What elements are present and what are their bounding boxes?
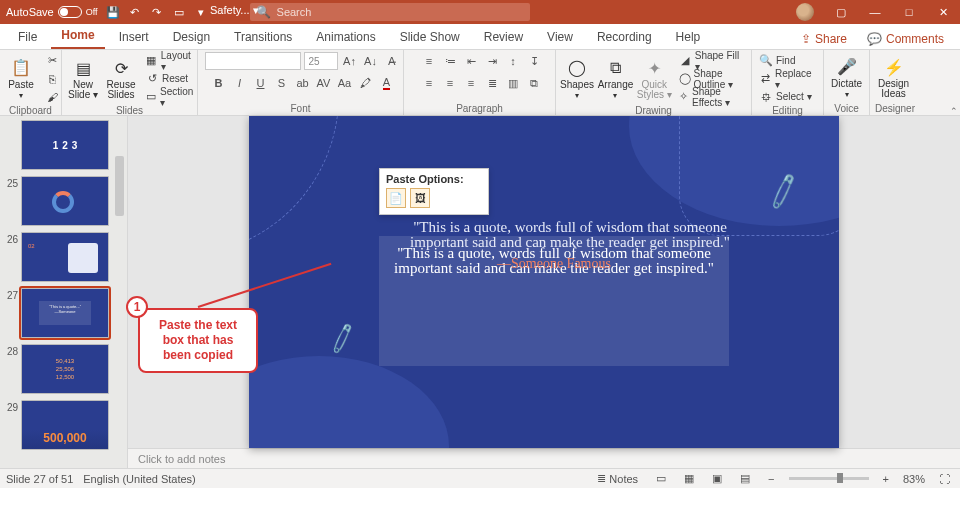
shapefill-button[interactable]: ◢Shape Fill ▾	[676, 52, 747, 69]
shadow-button[interactable]: ab	[294, 74, 312, 92]
search-box[interactable]: 🔍	[250, 3, 530, 21]
view-reading-icon[interactable]: ▣	[708, 472, 726, 485]
reuse-slides-button[interactable]: ⟳Reuse Slides	[104, 55, 138, 102]
strike-button[interactable]: S	[273, 74, 291, 92]
select-button[interactable]: ⯐Select ▾	[756, 88, 819, 105]
shapes-button[interactable]: ◯Shapes▾	[560, 55, 594, 103]
numbering-button[interactable]: ≔	[441, 52, 459, 70]
fontcolor-button[interactable]: A	[378, 74, 396, 92]
slide-thumbnail[interactable]	[21, 176, 109, 226]
cut-button[interactable]: ✂	[42, 52, 62, 69]
zoom-slider[interactable]	[789, 477, 869, 480]
tab-animations[interactable]: Animations	[306, 26, 385, 49]
paste-picture-icon[interactable]: 🖼	[410, 188, 430, 208]
tab-design[interactable]: Design	[163, 26, 220, 49]
font-family-combo[interactable]	[205, 52, 301, 70]
ribbon-collapse-icon[interactable]: ⌃	[950, 106, 958, 116]
tab-help[interactable]: Help	[666, 26, 711, 49]
share-button[interactable]: ⇪Share	[793, 29, 855, 49]
redo-icon[interactable]: ↷	[150, 5, 164, 19]
tab-view[interactable]: View	[537, 26, 583, 49]
window-minimize-icon[interactable]: —	[858, 0, 892, 24]
comments-button[interactable]: 💬Comments	[859, 29, 952, 49]
language-status[interactable]: English (United States)	[83, 473, 196, 485]
slide-canvas[interactable]: 🧷 🧷 Paste Options: 📄 🖼 "This is a quote,…	[249, 116, 839, 448]
notes-pane[interactable]: Click to add notes	[128, 448, 960, 468]
dictate-button[interactable]: 🎤Dictate▾	[828, 54, 865, 102]
thumbnail-scrollbar[interactable]	[112, 116, 126, 468]
paste-options-popup[interactable]: Paste Options: 📄 🖼	[379, 168, 489, 215]
ribbon-options-icon[interactable]: ▢	[824, 0, 858, 24]
slide-counter[interactable]: Slide 27 of 51	[6, 473, 73, 485]
tab-slideshow[interactable]: Slide Show	[390, 26, 470, 49]
slide-thumbnail-current[interactable]: "This is a quote..."—Someone	[21, 288, 109, 338]
clear-format-icon[interactable]: A̶	[383, 52, 401, 70]
shapeoutline-button[interactable]: ◯Shape Outline ▾	[676, 70, 747, 87]
slide-thumbnail[interactable]: 500,000	[21, 400, 109, 450]
new-slide-button[interactable]: ▤New Slide ▾	[66, 55, 100, 102]
copy-button[interactable]: ⎘	[42, 70, 62, 87]
indent-dec-button[interactable]: ⇤	[462, 52, 480, 70]
section-button[interactable]: ▭Section ▾	[142, 88, 198, 105]
save-icon[interactable]: 💾	[106, 5, 120, 19]
notes-toggle[interactable]: ≣Notes	[593, 472, 642, 485]
linespacing-button[interactable]: ↕	[504, 52, 522, 70]
format-painter-button[interactable]: 🖌	[42, 88, 62, 105]
document-title[interactable]: Safety... ▾	[210, 4, 259, 17]
qat-overflow-icon[interactable]: ▾	[194, 5, 208, 19]
replace-button[interactable]: ⇄Replace ▾	[756, 70, 819, 87]
align-right-button[interactable]: ≡	[462, 74, 480, 92]
arrange-button[interactable]: ⧉Arrange▾	[598, 55, 633, 103]
find-button[interactable]: 🔍Find	[756, 52, 819, 69]
justify-button[interactable]: ≣	[483, 74, 501, 92]
align-center-button[interactable]: ≡	[441, 74, 459, 92]
thumbnail-pane[interactable]: 123 25 26 02 27 "This is a quote..."—Som…	[0, 116, 128, 468]
charspacing-button[interactable]: AV	[315, 74, 333, 92]
indent-inc-button[interactable]: ⇥	[483, 52, 501, 70]
account-avatar[interactable]	[796, 3, 814, 21]
design-ideas-button[interactable]: ⚡Design Ideas	[874, 54, 913, 101]
highlight-button[interactable]: 🖍	[357, 74, 375, 92]
quote-textbox[interactable]: "This is a quote, words full of wisdom t…	[379, 236, 729, 366]
tab-review[interactable]: Review	[474, 26, 533, 49]
increase-font-icon[interactable]: A↑	[341, 52, 359, 70]
changecase-button[interactable]: Aa	[336, 74, 354, 92]
autosave-toggle[interactable]: AutoSave Off	[6, 6, 98, 18]
quickstyles-button[interactable]: ✦Quick Styles ▾	[637, 55, 672, 102]
paste-button[interactable]: 📋 Paste ▾	[4, 55, 38, 103]
reset-button[interactable]: ↺Reset	[142, 70, 198, 87]
zoom-in-icon[interactable]: +	[879, 473, 893, 485]
zoom-level[interactable]: 83%	[903, 473, 925, 485]
tab-insert[interactable]: Insert	[109, 26, 159, 49]
undo-icon[interactable]: ↶	[128, 5, 142, 19]
italic-button[interactable]: I	[231, 74, 249, 92]
tab-transitions[interactable]: Transitions	[224, 26, 302, 49]
bold-button[interactable]: B	[210, 74, 228, 92]
tab-home[interactable]: Home	[51, 24, 104, 49]
font-size-combo[interactable]: 25	[304, 52, 338, 70]
slide-thumbnail[interactable]: 123	[21, 120, 109, 170]
tab-recording[interactable]: Recording	[587, 26, 662, 49]
slide-thumbnail[interactable]: 50,41325,50612,500	[21, 344, 109, 394]
columns-button[interactable]: ▥	[504, 74, 522, 92]
decrease-font-icon[interactable]: A↓	[362, 52, 380, 70]
smartart-button[interactable]: ⧉	[525, 74, 543, 92]
window-close-icon[interactable]: ✕	[926, 0, 960, 24]
fit-window-icon[interactable]: ⛶	[935, 473, 954, 485]
view-normal-icon[interactable]: ▭	[652, 472, 670, 485]
textdirection-button[interactable]: ↧	[525, 52, 543, 70]
window-maximize-icon[interactable]: □	[892, 0, 926, 24]
tab-file[interactable]: File	[8, 26, 47, 49]
search-input[interactable]	[277, 6, 524, 18]
paste-keep-source-icon[interactable]: 📄	[386, 188, 406, 208]
view-slideshow-icon[interactable]: ▤	[736, 472, 754, 485]
bullets-button[interactable]: ≡	[420, 52, 438, 70]
slideshow-icon[interactable]: ▭	[172, 5, 186, 19]
align-left-button[interactable]: ≡	[420, 74, 438, 92]
shapeeffects-button[interactable]: ✧Shape Effects ▾	[676, 88, 747, 105]
layout-button[interactable]: ▦Layout ▾	[142, 52, 198, 69]
view-sorter-icon[interactable]: ▦	[680, 472, 698, 485]
underline-button[interactable]: U	[252, 74, 270, 92]
slide-thumbnail[interactable]: 02	[21, 232, 109, 282]
zoom-out-icon[interactable]: −	[764, 473, 778, 485]
